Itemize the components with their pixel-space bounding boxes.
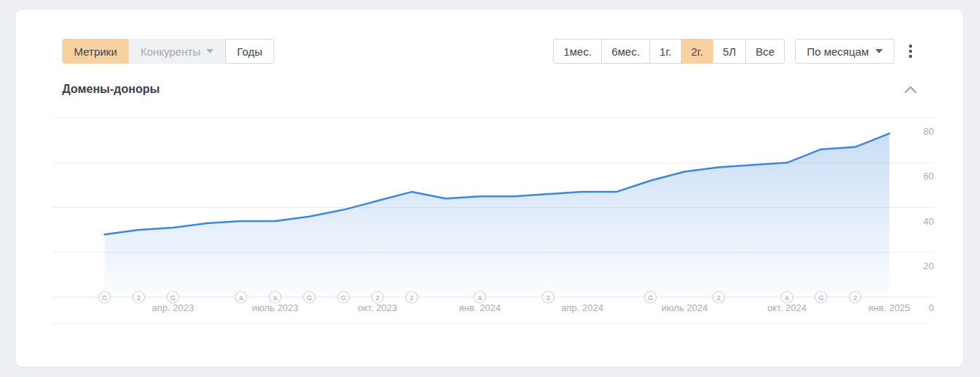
timeline-marker-G[interactable]: G	[644, 291, 656, 303]
caret-down-icon	[875, 49, 883, 53]
time-range-group: 1мес. 6мес. 1г. 2г. 5Л Все	[553, 39, 785, 64]
x-axis-tick-label: апр. 2023	[151, 302, 194, 313]
range-2y-button[interactable]: 2г.	[681, 39, 713, 64]
tab-years[interactable]: Годы	[225, 39, 274, 64]
svg-text:a: a	[239, 294, 244, 302]
y-axis-tick-label: 40	[924, 216, 934, 227]
x-axis-tick-label: июль 2024	[661, 302, 708, 313]
svg-text:G: G	[170, 294, 176, 302]
timeline-marker-2[interactable]: 2	[133, 291, 145, 303]
range-5y-button[interactable]: 5Л	[712, 39, 746, 64]
timeline-marker-2[interactable]: 2	[849, 291, 861, 303]
timeline-marker-3[interactable]: 3	[542, 291, 554, 303]
x-axis-tick-label: янв. 2024	[459, 302, 501, 313]
timeline-marker-2[interactable]: 2	[406, 291, 418, 303]
timeline-marker-G[interactable]: G	[338, 291, 350, 303]
timeline-marker-a[interactable]: a	[235, 291, 247, 303]
svg-text:2: 2	[853, 294, 857, 302]
tab-competitors-label: Конкуренты	[140, 45, 200, 58]
x-axis-tick-label: окт. 2024	[767, 302, 807, 313]
metrics-panel-card: Метрики Конкуренты Годы 1мес. 6мес. 1г. …	[15, 9, 964, 367]
granularity-dropdown[interactable]: По месяцам	[795, 39, 894, 64]
y-axis-tick-label: 20	[924, 261, 934, 272]
svg-text:G: G	[102, 294, 107, 302]
granularity-dropdown-label: По месяцам	[807, 45, 869, 58]
svg-text:a: a	[785, 294, 789, 302]
timeline-marker-G[interactable]: G	[815, 291, 827, 303]
chart-toolbar: Метрики Конкуренты Годы 1мес. 6мес. 1г. …	[62, 39, 916, 64]
svg-text:a: a	[274, 294, 278, 302]
x-axis-tick-label: янв. 2025	[868, 302, 910, 313]
chart-controls: 1мес. 6мес. 1г. 2г. 5Л Все По месяцам	[553, 39, 916, 64]
kebab-menu-icon[interactable]	[905, 42, 916, 61]
caret-down-icon	[206, 49, 214, 53]
collapse-section-button[interactable]	[902, 83, 919, 96]
timeline-marker-G[interactable]: G	[167, 291, 178, 303]
y-axis-tick-label: 60	[924, 171, 934, 182]
y-axis-tick-label: 0	[929, 302, 934, 313]
svg-text:G: G	[341, 294, 346, 302]
svg-text:2: 2	[717, 294, 720, 302]
timeline-marker-G[interactable]: G	[304, 291, 315, 303]
section-title: Домены-доноры	[62, 83, 159, 96]
bottom-divider	[52, 323, 927, 324]
range-6m-button[interactable]: 6мес.	[601, 39, 650, 64]
range-all-button[interactable]: Все	[745, 39, 785, 64]
donor-domains-chart: G2GaaGG22a3G2aG2 020406080апр. 2023июль …	[15, 111, 963, 337]
y-axis-tick-label: 80	[924, 126, 934, 137]
timeline-marker-2[interactable]: 2	[713, 291, 725, 303]
svg-text:a: a	[478, 294, 483, 302]
timeline-marker-a[interactable]: a	[781, 291, 793, 303]
chart-area-fill	[105, 133, 889, 297]
timeline-marker-a[interactable]: a	[269, 291, 281, 303]
x-axis-tick-label: июль 2023	[252, 302, 298, 313]
svg-text:G: G	[818, 294, 823, 302]
svg-text:2: 2	[410, 294, 413, 302]
timeline-marker-G[interactable]: G	[99, 291, 110, 303]
timeline-marker-2[interactable]: 2	[372, 291, 383, 303]
x-axis-tick-label: апр. 2024	[561, 302, 603, 313]
chevron-up-icon	[905, 86, 916, 93]
svg-text:3: 3	[546, 294, 550, 302]
svg-text:G: G	[306, 294, 312, 302]
range-1m-button[interactable]: 1мес.	[553, 39, 602, 64]
svg-text:2: 2	[376, 294, 380, 302]
x-axis-tick-label: окт. 2023	[358, 302, 397, 313]
range-1y-button[interactable]: 1г.	[649, 39, 682, 64]
tab-competitors[interactable]: Конкуренты	[129, 39, 225, 64]
metrics-tab-group: Метрики Конкуренты Годы	[62, 39, 274, 64]
svg-text:2: 2	[137, 294, 140, 302]
timeline-marker-a[interactable]: a	[474, 291, 486, 303]
tab-metrics[interactable]: Метрики	[62, 39, 129, 64]
svg-text:G: G	[648, 294, 653, 302]
section-header: Домены-доноры	[62, 83, 919, 96]
